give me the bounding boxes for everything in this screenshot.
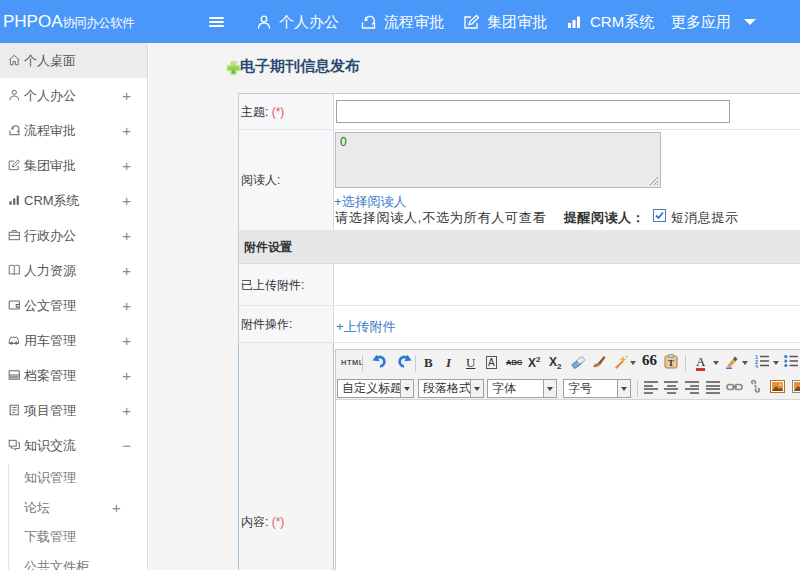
svg-text:T: T — [668, 358, 674, 368]
svg-text:3: 3 — [755, 364, 758, 369]
